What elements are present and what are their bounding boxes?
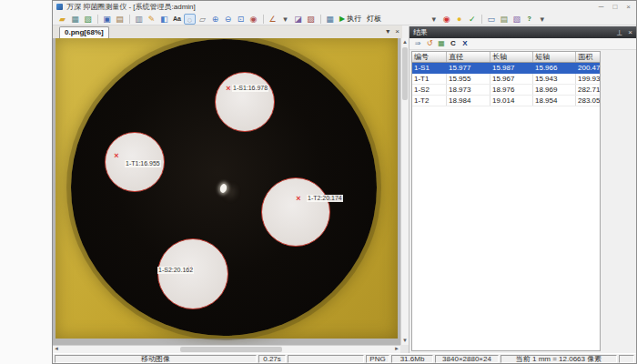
status-bar: 移动图像0.27sPNG31.6Mb3840×2880×24当前 1 mm = … [53, 353, 636, 363]
table-cell: 1-S1 [412, 63, 447, 74]
image-canvas[interactable]: × × × × 1-S1:16.978 1-T1:16.955 1-T2:20.… [53, 38, 400, 345]
status-hint: 移动图像 [55, 355, 257, 363]
table-cell: 18.984 [447, 96, 490, 106]
vertical-scrollbar[interactable]: ▲ ▼ [400, 38, 409, 345]
zone-circle-1-s2 [157, 238, 228, 309]
zone-label-1-t2: 1-T2:20.174 [307, 195, 343, 202]
grid-panel-icon[interactable]: ▦ [324, 14, 336, 25]
light-panel-button-label: 灯板 [367, 14, 381, 24]
monitor-icon[interactable]: ▭ [485, 14, 497, 25]
select-region-icon[interactable]: ▱ [197, 14, 208, 25]
toolbar-separator [263, 15, 264, 24]
table-row[interactable]: 1-S218.97318.97618.969282.7146 [412, 85, 601, 96]
batch-process-icon[interactable]: ▧ [82, 14, 94, 25]
table-cell: 15.966 [533, 63, 576, 74]
table-cell: 1-S2 [412, 85, 447, 96]
window-controls: ─ □ × [599, 3, 636, 11]
toolbar-separator [97, 15, 98, 24]
album-icon[interactable]: ▤ [114, 14, 126, 25]
maximize-button[interactable]: □ [612, 3, 617, 11]
camera-icon[interactable]: ▦ [69, 14, 81, 25]
results-toolbar: ⇒↺▦CX [410, 38, 636, 50]
measure-tool-icon[interactable]: ∠ [267, 14, 278, 25]
execute-button[interactable]: ▶执行 [339, 14, 361, 24]
excel-button[interactable]: X [460, 38, 470, 49]
open-image-icon[interactable]: ▰ [56, 14, 68, 25]
light-panel-button[interactable]: 灯板 [367, 14, 381, 24]
zoom-in-icon[interactable]: ⊕ [209, 14, 221, 25]
scroll-up-icon[interactable]: ▲ [402, 39, 408, 46]
table-row[interactable]: 1-T115.95515.96715.943199.9305 [412, 74, 601, 85]
annotate-pencil-icon[interactable]: ✎ [146, 14, 157, 25]
zone-label-1-s2: 1-S2:20.162 [157, 267, 194, 274]
zone-circle-1-t2 [261, 177, 330, 247]
zone-label-1-t1: 1-T1:16.955 [125, 160, 161, 167]
column-header[interactable]: 面积 [576, 52, 602, 63]
chart-icon[interactable]: ▦ [436, 38, 447, 49]
zone-marker-1-t2: × [296, 194, 300, 203]
tools-icon[interactable]: ▧ [511, 14, 522, 25]
fill-color-icon[interactable]: ◧ [158, 14, 170, 25]
export-result-icon[interactable]: ⇒ [412, 38, 423, 49]
erase-mark-icon[interactable]: ▨ [305, 14, 317, 25]
results-panel-buttons: ⊤ × [616, 28, 632, 36]
help-dropdown-icon[interactable]: ▾ [536, 14, 548, 25]
table-row[interactable]: 1-S115.97715.98715.966200.4731 [412, 63, 601, 74]
print-icon[interactable]: ▥ [133, 14, 145, 25]
table-cell: 15.967 [490, 74, 533, 85]
measure-dropdown-icon[interactable]: ▾ [279, 14, 291, 25]
tab-0png[interactable]: 0.png[68%] [59, 26, 109, 38]
table-cell: 15.977 [447, 63, 490, 74]
pin-icon[interactable]: ⊤ [616, 28, 622, 36]
table-cell: 200.4731 [576, 63, 602, 74]
column-header[interactable]: 长轴 [490, 52, 533, 63]
pan-tool-icon[interactable]: ◌ [184, 14, 196, 25]
zone-label-1-s1: 1-S1:16.978 [232, 85, 268, 92]
minimize-button[interactable]: ─ [599, 3, 604, 11]
close-button[interactable]: × [626, 3, 631, 11]
status-filesize: 31.6Mb [391, 355, 433, 363]
main-toolbar: ▰▦▧▣▤▥✎◧Aa◌▱⊕⊖⊡◉∠▾◪▨▦▶执行灯板▾◉●✓▭▤▧?▾ [53, 13, 636, 25]
table-cell: 18.969 [533, 85, 576, 96]
report-icon[interactable]: ▤ [498, 14, 510, 25]
horizontal-scroll-thumb[interactable] [180, 347, 282, 352]
confirm-icon[interactable]: ✓ [466, 14, 478, 25]
column-header[interactable]: 直径 [447, 52, 490, 63]
undo-icon[interactable]: ↺ [424, 38, 435, 49]
table-cell: 199.9305 [576, 74, 602, 85]
execute-button-label: 执行 [347, 14, 361, 24]
save-icon[interactable]: ▣ [101, 14, 113, 25]
mark-tool-icon[interactable]: ◪ [292, 14, 304, 25]
panel-close-icon[interactable]: × [628, 28, 632, 36]
zoom-fit-icon[interactable]: ⊡ [235, 14, 247, 25]
color-picker-icon[interactable]: ◉ [248, 14, 259, 25]
horizontal-scrollbar[interactable]: ◄ ► [53, 345, 400, 353]
table-cell: 283.0511 [576, 96, 602, 106]
zoom-out-icon[interactable]: ⊖ [222, 14, 234, 25]
table-cell: 15.987 [490, 63, 533, 74]
table-row[interactable]: 1-T218.98419.01418.954283.0511 [412, 96, 601, 106]
tab-close-icon[interactable]: × [395, 27, 399, 35]
scroll-right-icon[interactable]: ► [394, 346, 399, 352]
more-dropdown-icon[interactable]: ▾ [428, 14, 440, 25]
tab-list-dropdown-icon[interactable]: ▾ [386, 27, 389, 35]
status-resolution: 3840×2880×24 [435, 355, 499, 363]
record-icon[interactable]: ◉ [440, 14, 452, 25]
help-icon[interactable]: ? [523, 14, 535, 25]
toolbar-separator [481, 15, 482, 24]
status-format: PNG [366, 355, 389, 363]
copy-button[interactable]: C [448, 38, 459, 49]
zone-circle-1-s1 [215, 72, 275, 132]
table-cell: 19.014 [490, 96, 533, 106]
column-header[interactable]: 短轴 [533, 52, 576, 63]
scroll-left-icon[interactable]: ◄ [54, 346, 59, 352]
column-header[interactable]: 编号 [412, 52, 447, 63]
table-cell: 1-T1 [412, 74, 447, 85]
vertical-scroll-thumb[interactable] [402, 47, 408, 100]
table-cell: 15.943 [533, 74, 576, 85]
window-title: 万深 抑菌圈测量仪 - [系统管理员:admin] [66, 2, 196, 12]
text-tool-icon[interactable]: Aa [171, 14, 183, 25]
results-panel-title: 结果 [413, 27, 428, 37]
scroll-down-icon[interactable]: ▼ [402, 338, 408, 344]
hint-icon[interactable]: ● [453, 14, 465, 25]
